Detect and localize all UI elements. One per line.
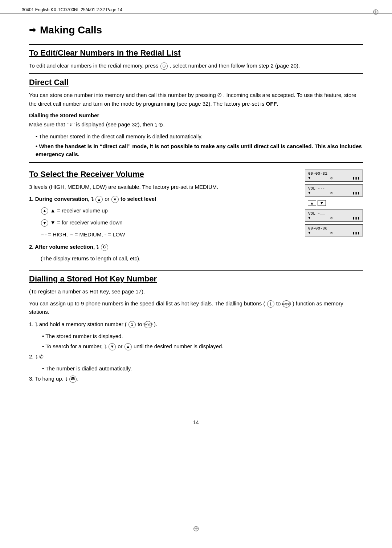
handset-icon-10: ⤵ bbox=[65, 375, 68, 383]
rule-3 bbox=[29, 162, 363, 163]
section4-intro: (To register a number as Hot Key, see pa… bbox=[29, 287, 363, 296]
s4-step1b: and hold a memory station number ( bbox=[39, 321, 127, 327]
step1-or: or bbox=[105, 196, 109, 202]
down-icon: ▼ bbox=[41, 219, 48, 227]
s4-step2-num: 2. bbox=[29, 353, 34, 360]
section4-para: You can assign up to 9 phone numbers in … bbox=[29, 299, 363, 316]
lcd3-row1: VOL ◦__ bbox=[308, 211, 360, 216]
btn-wxyz9b: wxyz9 bbox=[144, 321, 152, 328]
lcd-display-4: 00-00-36 ▼ ✆ ▮▮▮ bbox=[305, 224, 363, 236]
dialling-stored-body: Make sure that "♀" is displayed (see pag… bbox=[29, 120, 363, 129]
s4-or: or bbox=[118, 343, 122, 349]
handset-icon-6: ⤵ bbox=[35, 321, 38, 329]
lcd1-row1: 00-00-31 bbox=[308, 171, 360, 176]
nav-down-btn[interactable]: ▼ bbox=[318, 200, 326, 206]
s4-bb-text: • To search for a number, bbox=[42, 343, 103, 349]
s2-off-text: OFF bbox=[266, 101, 277, 107]
section3-right: 00-00-31 ▼ ✆ ▮▮▮ VOL ◦◦◦ ▼ ✆ bbox=[305, 170, 363, 236]
s4-to2: to bbox=[138, 321, 144, 327]
section3-left: To Select the Receiver Volume 3 levels (… bbox=[29, 167, 296, 266]
dialling-text: Make sure that "♀" is displayed (see pag… bbox=[29, 121, 153, 127]
btn-1b: 1 bbox=[128, 321, 136, 328]
s2-bullet1: • The number stored in the direct call m… bbox=[36, 133, 363, 141]
rule-1 bbox=[29, 44, 363, 45]
s4-bb3: until the desired number is displayed. bbox=[134, 343, 224, 349]
lcd3-text: VOL ◦__ bbox=[308, 211, 325, 216]
header-text: 30401 English KX-TCD700NL 25/4/01 2:32 P… bbox=[22, 7, 122, 12]
step1-bold: 1. During conversation, ⤵ bbox=[29, 196, 95, 202]
section1-heading: To Edit/Clear Numbers in the Redial List bbox=[29, 48, 363, 58]
s4-step2-bullet: • The number is dialled automatically. bbox=[42, 364, 363, 373]
handset-icon-7: ⤵ bbox=[104, 343, 107, 351]
crosshair-bottom: ⊕ bbox=[193, 524, 199, 533]
btn-1a: 1 bbox=[267, 300, 274, 308]
step1-sub3: ◦◦◦ = HIGH, ◦◦ = MEDIUM, ◦ = LOW bbox=[41, 230, 296, 239]
section1-body: To edit and clear numbers in the redial … bbox=[29, 61, 363, 70]
s4-step3-text: 3. To hang up, bbox=[29, 376, 64, 382]
section2-para1: You can store one number into memory and… bbox=[29, 91, 363, 108]
page-title: ➡ Making Calls bbox=[29, 24, 363, 36]
section4-step3: 3. To hang up, ⤵ ☎. bbox=[29, 374, 363, 383]
section2-heading: Direct Call bbox=[29, 78, 363, 87]
section1-body2-text: , select number and then follow from ste… bbox=[170, 62, 300, 69]
btn-wxyz9a: wxyz9 bbox=[282, 300, 290, 308]
c-btn[interactable]: C bbox=[101, 244, 108, 251]
rule-4 bbox=[29, 270, 363, 271]
s2-bold-note: • When the handset is in “direct call” m… bbox=[36, 142, 363, 159]
step2-desc: (The display returns to length of call, … bbox=[41, 254, 296, 263]
lcd4-row2: ▼ ✆ ▮▮▮ bbox=[308, 231, 360, 235]
main-content: ➡ Making Calls To Edit/Clear Numbers in … bbox=[0, 13, 392, 409]
s4-to-text: to bbox=[276, 300, 282, 307]
dialling-stored-heading: Dialling the Stored Number bbox=[29, 112, 363, 118]
nav-btn-pair: ▲ ▼ bbox=[308, 200, 363, 206]
handset-icon-4: ⤵ bbox=[91, 195, 94, 203]
section3-container: To Select the Receiver Volume 3 levels (… bbox=[29, 167, 363, 266]
section4-step1: 1. ⤵ and hold a memory station number ( … bbox=[29, 320, 363, 329]
section3-step2: 2. After volume selection, ⤵ C bbox=[29, 243, 296, 251]
s2-bullet1-text: The number stored in the direct call mem… bbox=[39, 133, 203, 139]
lcd-display-3: VOL ◦__ ▼ ✆ ▮▮▮ bbox=[305, 210, 363, 222]
lcd1-text: 00-00-31 bbox=[308, 171, 327, 176]
main-title-text: Making Calls bbox=[40, 24, 102, 36]
step1-sub1: ▲ ▲ = receiver volume up bbox=[41, 206, 296, 215]
down-btn2[interactable]: ▼ bbox=[109, 343, 116, 350]
lcd2-row1: VOL ◦◦◦ bbox=[308, 186, 360, 191]
up-icon: ▲ bbox=[41, 207, 48, 215]
s4-para-start: You can assign up to 9 phone numbers in … bbox=[29, 300, 265, 307]
down-btn[interactable]: ▼ bbox=[111, 196, 119, 203]
sub3-text: ◦◦◦ = HIGH, ◦◦ = MEDIUM, ◦ = LOW bbox=[41, 231, 125, 238]
s2-para1a: You can store one number into memory and… bbox=[29, 92, 216, 98]
s4-step1-num: 1. bbox=[29, 321, 34, 327]
nav-up-btn[interactable]: ▲ bbox=[308, 200, 316, 206]
lcd-display-1: 00-00-31 ▼ ✆ ▮▮▮ bbox=[305, 170, 363, 182]
page-number: 14 bbox=[0, 419, 392, 425]
rule-2 bbox=[29, 73, 363, 74]
redial-button-icon: ☉ bbox=[160, 62, 168, 70]
crosshair-top: ⊕ bbox=[372, 7, 379, 17]
handset-icon-2: ⤵ bbox=[155, 121, 157, 129]
s2-bold-note-text: • When the handset is in “direct call” m… bbox=[36, 143, 362, 158]
section3-intro: 3 levels (HIGH, MEDIUM, LOW) are availab… bbox=[29, 183, 296, 191]
step2-bold: 2. After volume selection, ⤵ C bbox=[29, 244, 109, 250]
lcd4-row1: 00-00-36 bbox=[308, 226, 360, 231]
handset-icon-1: ✆ bbox=[217, 92, 222, 100]
section1-body-text: To edit and clear numbers in the redial … bbox=[29, 62, 159, 69]
end-btn[interactable]: ☎ bbox=[69, 376, 77, 383]
section4-heading: Dialling a Stored Hot Key Number bbox=[29, 274, 363, 284]
lcd4-text: 00-00-36 bbox=[308, 226, 327, 231]
handset-icon-5: ⤵ bbox=[96, 243, 99, 251]
step1-end: to select level bbox=[121, 196, 156, 202]
step1-sub2: ▼ ▼ = for receiver volume down bbox=[41, 218, 296, 227]
lcd1-row2: ▼ ✆ ▮▮▮ bbox=[308, 176, 360, 180]
handset-icon-3: ✆ bbox=[159, 121, 163, 129]
s4-bullet-b: • To search for a number, ⤵ ▼ or ▲ until… bbox=[42, 342, 363, 351]
up-btn2[interactable]: ▲ bbox=[124, 343, 132, 350]
s4-bullet-a: • The stored number is displayed. bbox=[42, 332, 363, 340]
sub2-text: ▼ = for receiver volume down bbox=[50, 219, 123, 226]
lcd-display-2: VOL ◦◦◦ ▼ ✆ ▮▮▮ bbox=[305, 184, 363, 196]
lcd2-row2: ▼ ✆ ▮▮▮ bbox=[308, 191, 360, 195]
section4-step2: 2. ⤵ ✆ bbox=[29, 352, 363, 361]
lcd3-row2: ▼ ✆ ▮▮▮ bbox=[308, 216, 360, 220]
handset-icon-9: ✆ bbox=[39, 353, 44, 361]
up-btn[interactable]: ▲ bbox=[95, 196, 103, 203]
